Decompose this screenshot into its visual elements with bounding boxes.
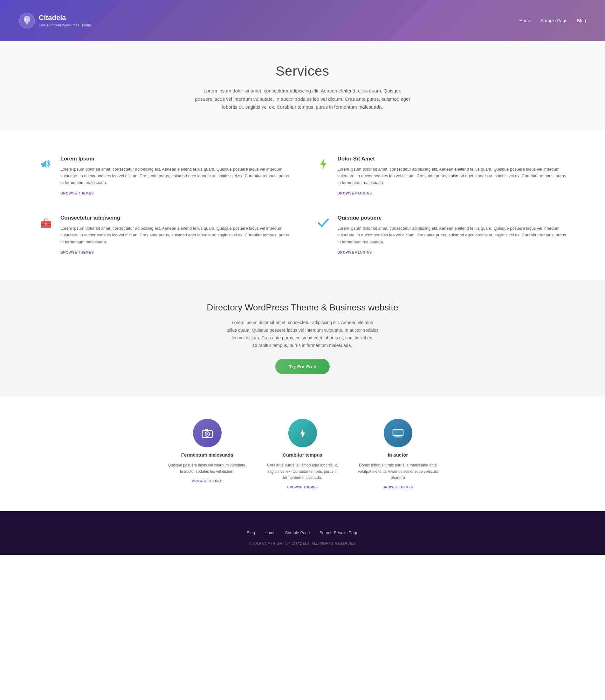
try-for-free-button[interactable]: Try For Free xyxy=(275,359,330,374)
svg-rect-3 xyxy=(42,165,44,167)
lightning-icon xyxy=(296,426,310,440)
feature-2-link[interactable]: BROWSE PLUGINS xyxy=(338,191,372,195)
nav-home[interactable]: Home xyxy=(519,18,531,23)
logo-name: Citadela xyxy=(39,14,91,22)
bottom-3-link[interactable]: BROWSE THEMES xyxy=(383,485,413,489)
feature-4-title: Quisque posuere xyxy=(338,215,567,221)
feature-2-title: Dolor Sit Amet xyxy=(338,156,567,162)
monitor-icon-wrap xyxy=(384,419,412,447)
briefcase-icon xyxy=(38,215,54,231)
feature-4-body: Lorem ipsum dolor sit amet, consectetur … xyxy=(338,225,567,245)
footer-nav-sample-page[interactable]: Sample Page xyxy=(285,530,310,535)
footer-nav-search[interactable]: Search Results Page xyxy=(319,530,358,535)
cta-text: Lorem ipsum dolor sit amet, consectetur … xyxy=(226,319,379,349)
camera-icon-wrap xyxy=(193,419,222,447)
bottom-3-title: In auctor xyxy=(388,452,408,457)
bottom-1-title: Fermentum malesuada xyxy=(181,452,233,457)
site-header: Citadela Free Premium WordPress Theme Ho… xyxy=(0,0,605,41)
bottom-1-body: Quisque posuere lacus vel interdum vulpu… xyxy=(166,462,249,474)
feature-4-link[interactable]: BROWSE PLUGINS xyxy=(338,250,372,254)
nav-blog[interactable]: Blog xyxy=(577,18,586,23)
footer-nav: Blog Home Sample Page Search Results Pag… xyxy=(6,530,599,535)
megaphone-icon xyxy=(38,156,54,172)
footer-nav-blog[interactable]: Blog xyxy=(247,530,255,535)
svg-rect-15 xyxy=(394,436,402,438)
camera-icon xyxy=(200,426,214,440)
svg-marker-12 xyxy=(300,429,305,438)
check-icon xyxy=(315,215,331,231)
feature-3-body: Lorem ipsum dolor sit amet, consectetur … xyxy=(60,225,290,245)
nav-sample-page[interactable]: Sample Page xyxy=(541,18,567,23)
services-title: Services xyxy=(6,64,599,79)
bottom-1-link[interactable]: BROWSE THEMES xyxy=(192,479,222,483)
svg-rect-16 xyxy=(393,430,403,435)
svg-rect-7 xyxy=(45,223,47,225)
cta-section: Directory WordPress Theme & Business web… xyxy=(0,280,605,397)
site-footer: Blog Home Sample Page Search Results Pag… xyxy=(0,511,605,555)
feature-lorem-ipsum: Lorem Ipsum Lorem ipsum dolor sit amet, … xyxy=(38,156,290,196)
footer-nav-home[interactable]: Home xyxy=(265,530,276,535)
feature-3-title: Consectetur adipiscing xyxy=(60,215,290,221)
feature-3-link[interactable]: BROWSE THEMES xyxy=(60,250,94,254)
svg-point-1 xyxy=(24,19,26,21)
lightning-icon-wrap xyxy=(288,419,317,447)
features-section: Lorem Ipsum Lorem ipsum dolor sit amet, … xyxy=(0,130,605,280)
svg-marker-4 xyxy=(320,158,326,170)
feature-quisque: Quisque posuere Lorem ipsum dolor sit am… xyxy=(315,215,567,255)
footer-copyright: © 2019 COPYRIGHT BY CITADELA. ALL RIGHTS… xyxy=(6,542,599,545)
feature-1-title: Lorem Ipsum xyxy=(60,156,290,162)
services-intro: Lorem ipsum dolor sit amet, consectetur … xyxy=(195,87,411,111)
svg-rect-2 xyxy=(41,163,43,165)
monitor-icon xyxy=(391,426,405,440)
bottom-2-title: Curabitur tempus xyxy=(283,452,322,457)
feature-consectetur: Consectetur adipiscing Lorem ipsum dolor… xyxy=(38,215,290,255)
bottom-3-body: Donec lobortis turpis purus, a malesuada… xyxy=(357,462,439,481)
bottom-2-body: Cras ante purus, euismod eget lobortis u… xyxy=(261,462,344,481)
feature-dolor-sit-amet: Dolor Sit Amet Lorem ipsum dolor sit ame… xyxy=(315,156,567,196)
bolt-icon xyxy=(315,156,331,172)
main-nav: Home Sample Page Blog xyxy=(519,18,586,23)
feature-1-link[interactable]: BROWSE THEMES xyxy=(60,191,94,195)
bottom-2-link[interactable]: BROWSE THEMES xyxy=(287,485,318,489)
svg-rect-14 xyxy=(395,435,401,436)
logo[interactable]: Citadela Free Premium WordPress Theme xyxy=(19,13,91,29)
bottom-feature-fermentum: Fermentum malesuada Quisque posuere lacu… xyxy=(166,419,249,489)
svg-point-10 xyxy=(206,433,208,435)
logo-icon xyxy=(19,13,35,29)
features-grid: Lorem Ipsum Lorem ipsum dolor sit amet, … xyxy=(38,156,567,255)
bottom-grid: Fermentum malesuada Quisque posuere lacu… xyxy=(166,419,439,489)
bottom-features-section: Fermentum malesuada Quisque posuere lacu… xyxy=(0,397,605,511)
bottom-feature-curabitur: Curabitur tempus Cras ante purus, euismo… xyxy=(261,419,344,489)
services-section: Services Lorem ipsum dolor sit amet, con… xyxy=(0,41,605,130)
logo-tagline: Free Premium WordPress Theme xyxy=(39,23,91,27)
svg-rect-11 xyxy=(205,429,208,430)
feature-1-body: Lorem ipsum dolor sit amet, consectetur … xyxy=(60,166,290,186)
feature-2-body: Lorem ipsum dolor sit amet, consectetur … xyxy=(338,166,567,186)
bottom-feature-in-auctor: In auctor Donec lobortis turpis purus, a… xyxy=(357,419,439,489)
cta-title: Directory WordPress Theme & Business web… xyxy=(6,302,599,312)
